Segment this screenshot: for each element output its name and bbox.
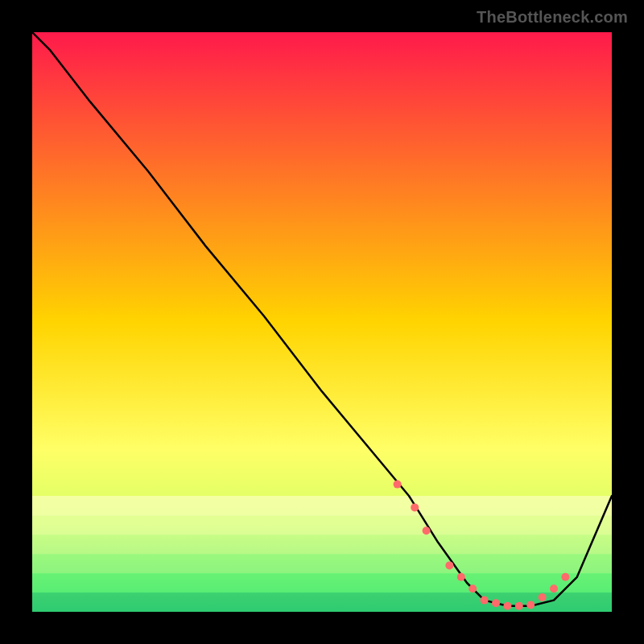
svg-rect-4 [32, 573, 612, 593]
svg-rect-0 [32, 496, 612, 516]
chart-frame: TheBottleneck.com [0, 0, 644, 644]
plot-svg [32, 32, 612, 612]
marker-point [445, 561, 453, 569]
marker-point [469, 584, 477, 592]
svg-rect-5 [32, 592, 612, 612]
marker-point [423, 526, 431, 535]
marker-point [492, 599, 500, 607]
plot-area [32, 32, 612, 612]
marker-point [481, 597, 489, 605]
marker-point [411, 503, 419, 511]
marker-point [503, 602, 511, 610]
marker-point [539, 593, 547, 601]
svg-rect-3 [32, 554, 612, 574]
marker-point [457, 573, 465, 581]
svg-rect-2 [32, 535, 612, 555]
marker-point [561, 573, 569, 581]
svg-rect-1 [32, 515, 612, 535]
marker-point [394, 481, 402, 489]
marker-point [550, 584, 558, 592]
marker-point [526, 601, 535, 609]
watermark-text: TheBottleneck.com [477, 8, 628, 27]
bottom-bands [32, 496, 612, 612]
marker-point [515, 602, 523, 610]
